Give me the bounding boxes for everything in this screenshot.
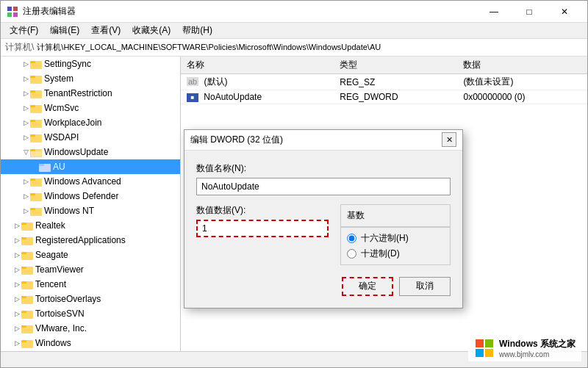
tree-item-windows[interactable]: ▷ Windows bbox=[1, 336, 180, 350]
svg-rect-22 bbox=[30, 178, 35, 181]
expand-arrow: ▷ bbox=[12, 265, 21, 274]
col-name[interactable]: 名称 bbox=[181, 57, 334, 74]
tree-panel[interactable]: ▷ SettingSync ▷ System ▷ Tenant bbox=[1, 57, 181, 351]
watermark-site-name: Windows 系统之家 bbox=[499, 338, 576, 350]
value-name-label: 数值名称(N): bbox=[196, 162, 451, 175]
radio-hex-input[interactable] bbox=[347, 234, 356, 243]
tree-item-teamviewer[interactable]: ▷ TeamViewer bbox=[1, 262, 180, 277]
menu-file[interactable]: 文件(F) bbox=[4, 23, 44, 38]
dialog-title-bar: 编辑 DWORD (32 位值) ✕ bbox=[184, 130, 462, 151]
svg-rect-24 bbox=[30, 193, 35, 195]
tree-item-system[interactable]: ▷ System bbox=[1, 71, 180, 86]
window-title: 注册表编辑器 bbox=[23, 5, 76, 18]
expand-arrow: ▽ bbox=[21, 148, 30, 156]
tree-item-seagate[interactable]: ▷ Seagate bbox=[1, 248, 180, 262]
expand-arrow: ▷ bbox=[21, 118, 30, 127]
tree-item-registeredapps[interactable]: ▷ RegisteredApplications bbox=[1, 233, 180, 248]
tree-item-windowsupdate[interactable]: ▽ WindowsUpdate bbox=[1, 145, 180, 159]
tree-item-workplacejoin[interactable]: ▷ WorkplaceJoin bbox=[1, 115, 180, 130]
folder-icon bbox=[30, 132, 42, 142]
svg-rect-40 bbox=[21, 311, 26, 313]
tree-item-winrar[interactable]: ▷ WinRAR bbox=[1, 350, 180, 351]
folder-icon bbox=[30, 206, 42, 216]
menu-favorites[interactable]: 收藏夹(A) bbox=[126, 23, 176, 38]
tree-item-vmware[interactable]: ▷ VMware, Inc. bbox=[1, 321, 180, 336]
tree-label: Tencent bbox=[35, 279, 66, 289]
watermark: Windows 系统之家 www.bjmlv.com bbox=[468, 335, 581, 361]
ab-icon: ab bbox=[187, 77, 198, 86]
radio-dec[interactable]: 十进制(D) bbox=[347, 248, 444, 260]
tree-item-wcmsvc[interactable]: ▷ WcmSvc bbox=[1, 101, 180, 115]
svg-rect-0 bbox=[7, 7, 12, 11]
col-data[interactable]: 数据 bbox=[457, 57, 587, 74]
tree-label: WindowsUpdate bbox=[44, 147, 108, 157]
folder-icon bbox=[21, 220, 33, 231]
radio-group: 十六进制(H) 十进制(D) bbox=[340, 227, 451, 265]
svg-rect-2 bbox=[7, 12, 12, 17]
value-data-input[interactable] bbox=[196, 220, 329, 237]
title-bar-left: 注册表编辑器 bbox=[7, 5, 76, 18]
tree-label: TortoiseSVN bbox=[35, 309, 85, 319]
tree-label: RegisteredApplications bbox=[35, 235, 126, 245]
row-name-value: (默认) bbox=[204, 76, 228, 87]
folder-open-icon bbox=[30, 147, 42, 157]
tree-item-settingsync[interactable]: ▷ SettingSync bbox=[1, 57, 180, 71]
tree-item-tencent[interactable]: ▷ Tencent bbox=[1, 277, 180, 292]
ok-button[interactable]: 确定 bbox=[342, 277, 393, 296]
radio-hex-label: 十六进制(H) bbox=[361, 232, 409, 245]
expand-arrow: ▷ bbox=[12, 295, 21, 303]
expand-arrow: ▷ bbox=[12, 339, 21, 347]
expand-arrow: ▷ bbox=[12, 250, 21, 259]
tree-item-tenant[interactable]: ▷ TenantRestriction bbox=[1, 86, 180, 101]
expand-arrow: ▷ bbox=[12, 236, 21, 245]
app-icon bbox=[7, 6, 18, 18]
tree-item-windows-nt[interactable]: ▷ Windows NT bbox=[1, 203, 180, 218]
watermark-icon bbox=[474, 338, 495, 358]
row-name-value: NoAutoUpdate bbox=[204, 92, 262, 102]
radio-hex[interactable]: 十六进制(H) bbox=[347, 232, 444, 245]
dialog-close-button[interactable]: ✕ bbox=[442, 132, 456, 147]
tree-item-au[interactable]: AU bbox=[1, 159, 180, 174]
folder-icon bbox=[30, 176, 42, 187]
value-name-input[interactable] bbox=[196, 178, 451, 195]
expand-arrow: ▷ bbox=[21, 206, 30, 215]
base-label: 基数 bbox=[340, 204, 451, 227]
expand-arrow: ▷ bbox=[12, 324, 21, 333]
svg-rect-7 bbox=[30, 76, 35, 78]
cell-data: 0x00000000 (0) bbox=[457, 90, 587, 104]
col-type[interactable]: 类型 bbox=[334, 57, 457, 74]
dialog-title: 编辑 DWORD (32 位值) bbox=[190, 134, 283, 146]
tree-label: WcmSvc bbox=[44, 103, 79, 113]
table-row[interactable]: ab (默认) REG_SZ (数值未设置) bbox=[181, 74, 587, 90]
svg-rect-13 bbox=[30, 120, 35, 122]
menu-help[interactable]: 帮助(H) bbox=[176, 23, 218, 38]
svg-rect-47 bbox=[476, 339, 484, 347]
window-controls: — □ ✕ bbox=[477, 1, 581, 23]
tree-label: Windows bbox=[35, 338, 71, 348]
radio-dec-label: 十进制(D) bbox=[361, 248, 400, 260]
folder-icon bbox=[21, 279, 33, 289]
table-row[interactable]: ■ NoAutoUpdate REG_DWORD 0x00000000 (0) bbox=[181, 90, 587, 104]
svg-rect-36 bbox=[21, 281, 26, 284]
tree-item-tortoisesvn[interactable]: ▷ TortoiseSVN bbox=[1, 306, 180, 321]
close-button[interactable]: ✕ bbox=[548, 1, 581, 23]
tree-label: Realtek bbox=[35, 220, 65, 231]
folder-icon bbox=[30, 118, 42, 128]
menu-edit[interactable]: 编辑(E) bbox=[44, 23, 85, 38]
menu-view[interactable]: 查看(V) bbox=[85, 23, 126, 38]
radio-dec-input[interactable] bbox=[347, 249, 356, 259]
folder-icon bbox=[21, 338, 33, 348]
watermark-text-block: Windows 系统之家 www.bjmlv.com bbox=[499, 338, 576, 358]
svg-rect-1 bbox=[13, 7, 18, 11]
tree-item-windows-defender[interactable]: ▷ Windows Defender bbox=[1, 189, 180, 203]
tree-item-tortoiseoverlays[interactable]: ▷ TortoiseOverlays bbox=[1, 292, 180, 306]
svg-rect-42 bbox=[21, 325, 26, 328]
tree-item-wsdapi[interactable]: ▷ WSDAPI bbox=[1, 130, 180, 145]
minimize-button[interactable]: — bbox=[477, 1, 511, 23]
tree-item-windows-advanced[interactable]: ▷ Windows Advanced bbox=[1, 174, 180, 189]
expand-arrow: ▷ bbox=[12, 221, 21, 230]
maximize-button[interactable]: □ bbox=[512, 1, 546, 23]
cancel-button[interactable]: 取消 bbox=[399, 277, 451, 296]
folder-icon bbox=[21, 250, 33, 260]
tree-item-realtek[interactable]: ▷ Realtek bbox=[1, 218, 180, 233]
